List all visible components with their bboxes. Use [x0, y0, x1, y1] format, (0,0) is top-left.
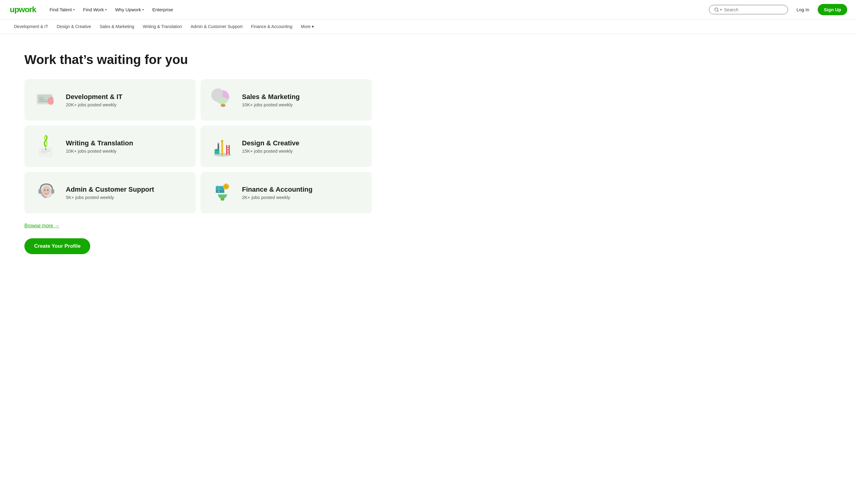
svg-point-32 [215, 149, 219, 151]
card-text-admin-customer-support: Admin & Customer Support 5K+ jobs posted… [66, 186, 154, 200]
svg-point-46 [218, 188, 219, 189]
nav-enterprise[interactable]: Enterprise [149, 4, 177, 15]
card-title-admin-customer-support: Admin & Customer Support [66, 186, 154, 194]
svg-rect-24 [226, 152, 230, 153]
search-dropdown-icon: ▾ [720, 8, 722, 11]
admin-customer-support-illustration [34, 180, 58, 205]
svg-rect-27 [221, 140, 223, 142]
card-jobs-design-creative: 15K+ jobs posted weekly [242, 148, 299, 154]
search-icon-wrap: ▾ [714, 7, 722, 12]
nav-find-work[interactable]: Find Work ▾ [80, 4, 110, 15]
svg-rect-41 [51, 189, 54, 194]
search-icon [714, 7, 719, 12]
header: upwork Find Talent ▾ Find Work ▾ Why Upw… [0, 0, 857, 19]
cat-sales-marketing[interactable]: Sales & Marketing [95, 20, 139, 33]
svg-rect-25 [221, 140, 223, 154]
svg-rect-6 [39, 99, 45, 100]
card-jobs-finance-accounting: 2K+ jobs posted weekly [242, 195, 313, 200]
logo[interactable]: upwork [10, 5, 36, 14]
card-design-creative[interactable]: Design & Creative 15K+ jobs posted weekl… [201, 125, 372, 167]
chevron-down-icon: ▾ [105, 8, 107, 11]
svg-point-39 [44, 192, 48, 194]
card-icon-sales-marketing [210, 88, 235, 112]
svg-rect-40 [38, 189, 41, 194]
card-text-finance-accounting: Finance & Accounting 2K+ jobs posted wee… [242, 186, 313, 200]
card-jobs-sales-marketing: 10K+ jobs posted weekly [242, 102, 300, 107]
card-title-development-it: Development & IT [66, 93, 122, 101]
card-jobs-writing-translation: 10K+ jobs posted weekly [66, 148, 133, 154]
svg-line-1 [718, 11, 718, 12]
card-text-design-creative: Design & Creative 15K+ jobs posted weekl… [242, 139, 299, 154]
login-button[interactable]: Log In [792, 4, 814, 15]
section-title: Work that’s waiting for you [24, 52, 372, 67]
card-text-sales-marketing: Sales & Marketing 10K+ jobs posted weekl… [242, 93, 300, 107]
nav-find-talent[interactable]: Find Talent ▾ [46, 4, 78, 15]
svg-rect-12 [221, 104, 225, 106]
svg-point-47 [218, 191, 219, 192]
svg-point-37 [47, 189, 49, 191]
svg-text:</>: </> [39, 97, 44, 99]
card-title-writing-translation: Writing & Translation [66, 139, 133, 147]
svg-rect-22 [226, 147, 230, 148]
chevron-down-icon: ▾ [73, 8, 75, 11]
svg-marker-52 [218, 195, 228, 198]
cat-design-creative[interactable]: Design & Creative [52, 20, 95, 33]
design-creative-illustration [210, 134, 235, 158]
svg-rect-29 [218, 142, 219, 144]
svg-rect-7 [39, 101, 48, 101]
svg-point-36 [44, 189, 46, 191]
card-title-design-creative: Design & Creative [242, 139, 299, 147]
browse-more-link[interactable]: Browse more → [24, 223, 372, 229]
card-jobs-development-it: 20K+ jobs posted weekly [66, 102, 122, 107]
card-icon-admin-customer-support [34, 180, 58, 205]
card-writing-translation[interactable]: Writing & Translation 10K+ jobs posted w… [24, 125, 196, 167]
main-nav: Find Talent ▾ Find Work ▾ Why Upwork ▾ E… [46, 4, 701, 15]
card-text-development-it: Development & IT 20K+ jobs posted weekly [66, 93, 122, 107]
card-title-sales-marketing: Sales & Marketing [242, 93, 300, 101]
chevron-down-icon: ▾ [142, 8, 144, 11]
card-icon-finance-accounting: $ $ [210, 180, 235, 205]
svg-rect-45 [216, 190, 224, 193]
chevron-down-icon: ▾ [312, 24, 314, 29]
signup-button[interactable]: Sign Up [818, 4, 847, 15]
category-nav: Development & IT Design & Creative Sales… [0, 19, 857, 34]
writing-translation-illustration [34, 134, 58, 158]
logo-text: upwork [10, 5, 36, 14]
svg-rect-23 [226, 149, 230, 150]
svg-text:$: $ [222, 199, 223, 202]
card-development-it[interactable]: </> Development & IT 20K+ jobs posted we… [24, 79, 196, 121]
card-admin-customer-support[interactable]: Admin & Customer Support 5K+ jobs posted… [24, 172, 196, 213]
card-sales-marketing[interactable]: Sales & Marketing 10K+ jobs posted weekl… [201, 79, 372, 121]
svg-text:$: $ [225, 185, 226, 188]
card-icon-design-creative [210, 134, 235, 158]
cat-writing-translation[interactable]: Writing & Translation [139, 20, 186, 33]
svg-point-42 [44, 196, 47, 198]
finance-accounting-illustration: $ $ [210, 180, 235, 205]
card-icon-writing-translation [34, 134, 58, 158]
svg-rect-44 [216, 187, 224, 190]
header-right: ▾ Log In Sign Up [709, 4, 847, 15]
main-content: Work that’s waiting for you </> [0, 34, 396, 272]
nav-why-upwork[interactable]: Why Upwork ▾ [112, 4, 148, 15]
cat-dev-it[interactable]: Development & IT [10, 20, 52, 33]
create-profile-button[interactable]: Create Your Profile [24, 238, 90, 254]
development-it-illustration: </> [34, 88, 58, 112]
card-jobs-admin-customer-support: 5K+ jobs posted weekly [66, 195, 154, 200]
cards-grid: </> Development & IT 20K+ jobs posted we… [24, 79, 372, 213]
card-text-writing-translation: Writing & Translation 10K+ jobs posted w… [66, 139, 133, 154]
sales-marketing-illustration [210, 88, 235, 112]
cat-admin-support[interactable]: Admin & Customer Support [186, 20, 247, 33]
card-finance-accounting[interactable]: $ $ Finance & Accounting 2K+ jobs posted… [201, 172, 372, 213]
search-box[interactable]: ▾ [709, 5, 788, 14]
card-icon-development-it: </> [34, 88, 58, 112]
cat-finance-accounting[interactable]: Finance & Accounting [247, 20, 297, 33]
search-input[interactable] [724, 7, 783, 12]
card-title-finance-accounting: Finance & Accounting [242, 186, 313, 194]
cat-more[interactable]: More ▾ [297, 20, 318, 33]
